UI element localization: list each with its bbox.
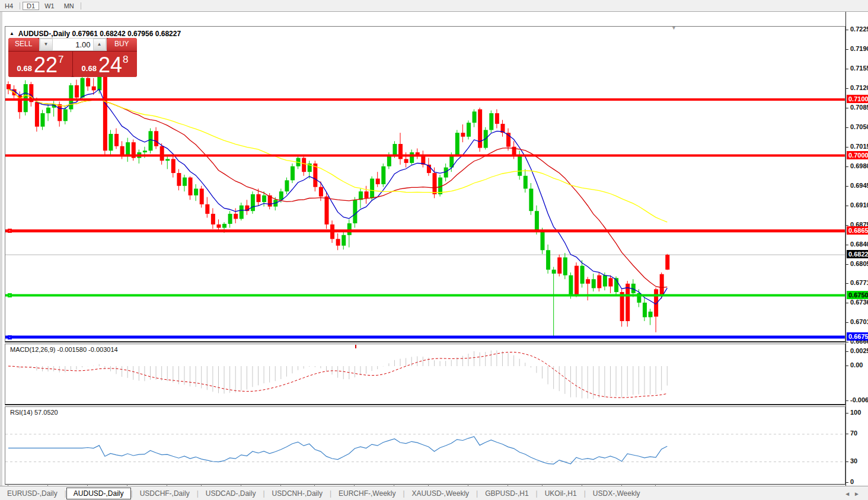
timeframe-button-h4[interactable]: H4 <box>1 2 17 10</box>
buy-price[interactable]: 0.68 24 8 <box>73 52 137 77</box>
axis-tick-mark <box>846 186 848 187</box>
candle-body <box>660 274 664 296</box>
level-line-handle[interactable] <box>8 229 12 233</box>
candle-body <box>279 191 283 200</box>
axis-tick-mark <box>846 245 848 245</box>
axis-tick-mark <box>846 206 848 206</box>
candle-body <box>557 257 561 273</box>
candle-body <box>603 275 607 287</box>
current-price-badge: 0.68227 <box>847 250 868 258</box>
price-tick-label: 0.67010 <box>850 318 868 325</box>
price-level-badge: 0.71005 <box>847 95 868 103</box>
candle-body <box>535 211 539 230</box>
price-tick-label: 0.69800 <box>850 162 868 169</box>
candle-body <box>626 284 630 321</box>
tab-usdx-weekly[interactable]: USDX-,Weekly <box>586 488 647 499</box>
candle-body <box>319 187 323 197</box>
buy-price-figure: 0.68 <box>82 64 97 73</box>
buy-price-pips: 24 <box>98 55 122 75</box>
timeframe-button-d1[interactable]: D1 <box>23 2 39 10</box>
volume-decrease-icon[interactable]: ▼ <box>40 39 53 50</box>
rsi-tick-label: 0 <box>850 478 854 485</box>
candle-body <box>529 188 533 211</box>
candle-body <box>114 134 119 146</box>
sell-price[interactable]: 0.68 22 7 <box>8 52 72 77</box>
candle-body <box>171 159 175 173</box>
tab-xauusd-weekly[interactable]: XAUUSD-,Weekly <box>405 488 476 499</box>
candle-body <box>552 270 556 274</box>
candle-body <box>569 275 573 295</box>
rsi-pane[interactable]: RSI(14) 57.0520 <box>5 406 845 485</box>
timeframe-button-mn[interactable]: MN <box>60 2 78 10</box>
rsi-tick-label: 100 <box>850 409 861 416</box>
sell-button[interactable]: SELL <box>8 38 39 51</box>
price-tick-label: 0.72250 <box>850 25 868 33</box>
candle-body <box>149 131 153 150</box>
rsi-name: RSI(14) <box>10 409 33 416</box>
candle-body <box>35 102 39 127</box>
volume-input[interactable] <box>53 39 93 50</box>
candle-body <box>376 178 380 184</box>
price-tick-label: 0.71200 <box>850 84 868 91</box>
timeframe-button-w1[interactable]: W1 <box>40 2 59 10</box>
candle-body <box>302 158 306 172</box>
candle-body <box>120 146 125 155</box>
axis-tick-mark <box>846 166 848 167</box>
candle-body <box>404 159 409 163</box>
axis-tick-mark <box>846 88 848 89</box>
candle-body <box>489 113 493 130</box>
price-tick-label: 0.71550 <box>850 65 868 72</box>
axis-tick-mark <box>846 482 848 483</box>
axis-tick-mark <box>846 283 848 284</box>
price-level-badge: 0.70002 <box>847 151 868 159</box>
candle-body <box>353 200 357 223</box>
level-line-handle[interactable] <box>8 335 12 339</box>
tab-usdchf-daily[interactable]: USDCHF-,Daily <box>133 488 197 499</box>
tab-scroll-right-icon[interactable]: ► <box>854 491 863 497</box>
candle-body <box>211 214 215 225</box>
candle-body <box>518 155 522 176</box>
price-tick-label: 0.71900 <box>850 45 868 52</box>
tab-gbpusd-h1[interactable]: GBPUSD-,H1 <box>478 488 535 499</box>
tab-eurchf-weekly[interactable]: EURCHF-,Weekly <box>331 488 403 499</box>
axis-tick-mark <box>846 413 848 414</box>
candle-body <box>342 235 346 246</box>
candle-body <box>597 275 601 289</box>
candle-body <box>58 104 62 121</box>
tab-scroll-left-icon[interactable]: ◄ <box>844 491 854 497</box>
toolbar-separator <box>20 2 20 9</box>
tab-audusd-daily[interactable]: AUDUSD-,Daily <box>66 488 131 499</box>
price-tick-label: 0.68400 <box>850 241 868 248</box>
candle-body <box>654 289 658 316</box>
axis-tick-mark <box>846 322 848 323</box>
macd-canvas <box>5 344 845 405</box>
candle-body <box>160 146 164 161</box>
level-line-handle[interactable] <box>8 293 12 297</box>
price-tick-label: 0.68050 <box>850 260 868 267</box>
tab-usdcnh-daily[interactable]: USDCNH-,Daily <box>265 488 330 499</box>
candle-body <box>359 191 363 200</box>
tab-usdcad-daily[interactable]: USDCAD-,Daily <box>199 488 263 499</box>
candle-body <box>154 131 158 146</box>
symbol-collapse-icon[interactable]: ▲ <box>9 31 14 36</box>
chart-shift-marker-icon[interactable]: ▼ <box>671 25 676 31</box>
tab-ukoil-h1[interactable]: UKOil-,H1 <box>538 488 584 499</box>
macd-name: MACD(12,26,9) <box>10 346 55 353</box>
buy-button[interactable]: BUY <box>107 38 138 51</box>
candle-body <box>200 188 204 204</box>
macd-pane[interactable]: MACD(12,26,9) -0.001580 -0.003014 <box>5 344 845 405</box>
candle-body <box>336 239 340 245</box>
candle-body <box>398 144 403 159</box>
candle-body <box>262 195 266 202</box>
axis-tick-mark <box>846 351 848 352</box>
candle-body <box>524 176 528 189</box>
volume-increase-icon[interactable]: ▲ <box>93 39 106 50</box>
candle-body <box>580 266 585 284</box>
price-axis[interactable]: 0.722500.719000.715500.712000.708500.705… <box>845 12 868 486</box>
axis-tick-mark <box>846 108 848 108</box>
axis-tick-mark <box>846 461 848 462</box>
candle-body <box>40 113 44 127</box>
axis-tick-mark <box>846 225 848 226</box>
tab-eurusd-daily[interactable]: EURUSD-,Daily <box>0 488 65 499</box>
axis-tick-mark <box>846 366 848 366</box>
